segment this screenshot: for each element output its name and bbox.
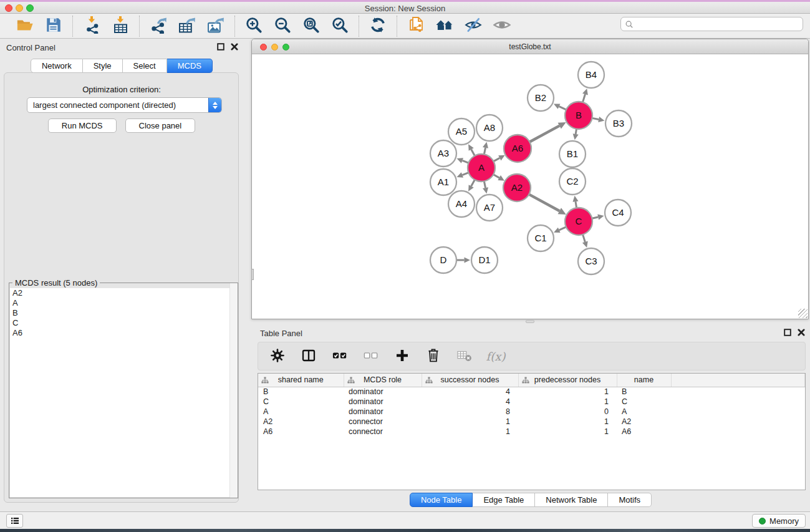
- zoom-fit-button[interactable]: [301, 16, 321, 36]
- table-row[interactable]: A6connector11A6: [258, 427, 805, 437]
- tab-motifs[interactable]: Motifs: [608, 493, 652, 507]
- graph-edge-B-B2[interactable]: [554, 104, 567, 110]
- table-cell[interactable]: 1: [518, 387, 617, 397]
- table-cell[interactable]: dominator: [344, 407, 422, 417]
- graph-node-D[interactable]: D: [430, 247, 456, 273]
- settings-gear-button[interactable]: [268, 347, 287, 365]
- network-canvas[interactable]: B4B2BB3A8A5A6A3B1AC2A1A2A4A7C4CC1DD1C3: [252, 54, 808, 319]
- table-row[interactable]: Bdominator41B: [258, 387, 805, 397]
- table-cell[interactable]: 1: [518, 417, 617, 427]
- graph-node-C4[interactable]: C4: [605, 200, 631, 226]
- result-scrollbar[interactable]: [229, 283, 238, 498]
- graph-node-A[interactable]: A: [468, 154, 495, 181]
- result-item[interactable]: A2: [10, 288, 237, 298]
- run-mcds-button[interactable]: Run MCDS: [48, 118, 117, 133]
- float-panel-icon[interactable]: [217, 43, 224, 51]
- columns-button[interactable]: [299, 347, 318, 365]
- resize-grip-icon[interactable]: [798, 309, 808, 318]
- zoom-out-button[interactable]: [272, 16, 292, 36]
- table-cell[interactable]: B: [258, 387, 344, 397]
- graph-edge-A2-C[interactable]: [528, 193, 566, 215]
- graph-node-A3[interactable]: A3: [430, 140, 456, 167]
- close-panel-icon[interactable]: [798, 329, 805, 336]
- new-network-file-button[interactable]: [406, 16, 426, 36]
- memory-button[interactable]: Memory: [752, 514, 806, 528]
- tab-mcds[interactable]: MCDS: [167, 59, 213, 73]
- graph-node-D1[interactable]: D1: [471, 247, 498, 273]
- add-row-button[interactable]: [393, 347, 412, 365]
- splitter-handle-icon[interactable]: [251, 269, 254, 280]
- graph-node-A4[interactable]: A4: [448, 191, 475, 217]
- table-cell[interactable]: A2: [617, 417, 671, 427]
- table-cell[interactable]: A2: [258, 417, 344, 427]
- graph-node-A5[interactable]: A5: [448, 118, 475, 145]
- import-table-button[interactable]: [110, 16, 130, 36]
- import-network-button[interactable]: [82, 16, 102, 36]
- table-cell[interactable]: connector: [344, 427, 422, 437]
- mcds-result-list[interactable]: A2ABCA6: [10, 288, 237, 497]
- export-image-button[interactable]: [206, 16, 226, 36]
- tab-style[interactable]: Style: [83, 59, 123, 73]
- graph-node-A6[interactable]: A6: [504, 135, 531, 162]
- task-history-button[interactable]: [6, 514, 23, 528]
- home-button[interactable]: [435, 16, 455, 36]
- table-row[interactable]: A2connector11A2: [258, 417, 805, 427]
- table-cell[interactable]: A6: [258, 427, 344, 437]
- table-cell[interactable]: A6: [617, 427, 671, 437]
- table-cell[interactable]: connector: [344, 417, 422, 427]
- graph-node-A2[interactable]: A2: [503, 174, 531, 201]
- graph-node-A8[interactable]: A8: [476, 115, 503, 141]
- table-cell[interactable]: 0: [518, 407, 617, 417]
- zoom-in-button[interactable]: [244, 16, 264, 36]
- tab-network[interactable]: Network: [31, 59, 83, 73]
- tab-node-table[interactable]: Node Table: [410, 493, 473, 507]
- network-window-titlebar[interactable]: testGlobe.txt: [252, 39, 808, 54]
- table-cell[interactable]: C: [617, 397, 671, 407]
- graph-node-A7[interactable]: A7: [476, 195, 503, 221]
- show-panels-button[interactable]: [492, 16, 512, 36]
- column-header-successor-nodes[interactable]: successor nodes: [422, 374, 518, 387]
- table-row[interactable]: Adominator80A: [258, 407, 805, 417]
- table-cell[interactable]: 4: [422, 397, 518, 407]
- table-row[interactable]: Cdominator41C: [258, 397, 805, 407]
- graph-edge-D-D1[interactable]: [456, 257, 471, 263]
- delete-row-button[interactable]: [424, 347, 443, 365]
- table-cell[interactable]: 4: [422, 387, 518, 397]
- graph-node-B2[interactable]: B2: [528, 85, 554, 111]
- table-cell[interactable]: 1: [422, 417, 518, 427]
- result-item[interactable]: A: [10, 298, 237, 308]
- table-cell[interactable]: A: [258, 407, 344, 417]
- table-cell[interactable]: 1: [518, 427, 617, 437]
- select-all-button[interactable]: [330, 347, 349, 365]
- column-header-predecessor-nodes[interactable]: predecessor nodes: [518, 374, 617, 387]
- graph-node-C[interactable]: C: [565, 208, 592, 235]
- result-item[interactable]: B: [10, 308, 237, 318]
- result-item[interactable]: A6: [10, 328, 237, 338]
- table-cell[interactable]: dominator: [344, 397, 422, 407]
- graph-node-B4[interactable]: B4: [578, 62, 604, 88]
- table-cell[interactable]: A: [617, 407, 671, 417]
- column-header-name[interactable]: name: [617, 374, 671, 387]
- graph-edge-A6-B[interactable]: [528, 122, 566, 143]
- refresh-button[interactable]: [368, 16, 388, 36]
- save-session-button[interactable]: [44, 16, 64, 36]
- zoom-selected-button[interactable]: [330, 16, 350, 36]
- graph-edge-C-C3[interactable]: [582, 233, 588, 248]
- horizontal-splitter-handle[interactable]: [526, 320, 534, 323]
- table-cell[interactable]: dominator: [344, 387, 422, 397]
- table-cell[interactable]: 1: [422, 427, 518, 437]
- hide-panels-button[interactable]: [463, 16, 483, 36]
- export-table-button[interactable]: [177, 16, 197, 36]
- graph-node-C3[interactable]: C3: [578, 248, 604, 274]
- graph-node-A1[interactable]: A1: [430, 169, 456, 195]
- result-item[interactable]: C: [10, 318, 237, 328]
- column-header-MCDS-role[interactable]: MCDS role: [344, 374, 422, 387]
- tab-network-table[interactable]: Network Table: [535, 493, 608, 507]
- graph-node-B1[interactable]: B1: [559, 141, 586, 167]
- graph-node-C1[interactable]: C1: [528, 225, 554, 251]
- deselect-all-button[interactable]: [362, 347, 380, 365]
- search-input[interactable]: [636, 20, 799, 29]
- table-cell[interactable]: C: [258, 397, 344, 407]
- graph-edge-B-B4[interactable]: [582, 89, 588, 104]
- table-cell[interactable]: 1: [518, 397, 617, 407]
